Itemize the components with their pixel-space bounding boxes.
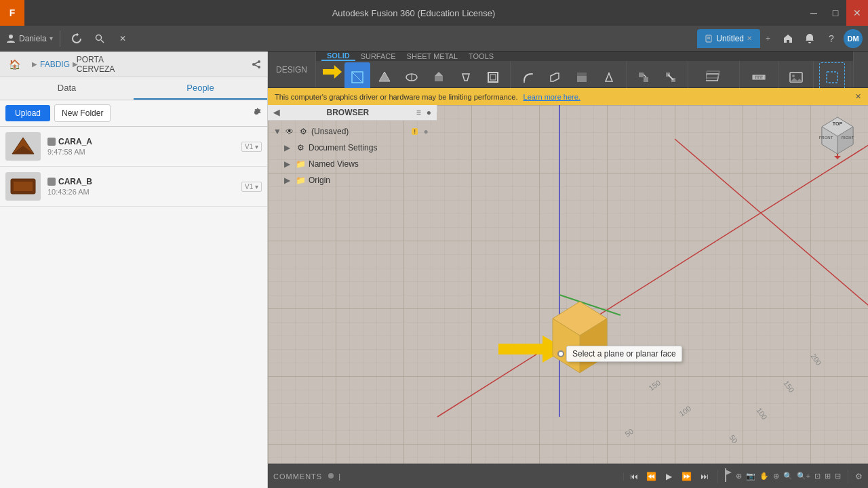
tree-arrow-views[interactable]: ▶ [284,159,292,169]
tree-origin[interactable]: ▶ 📁 Origin [268,172,437,188]
svg-rect-28 [577,76,587,82]
orbit-btn[interactable]: ⊕ [773,472,779,481]
close-button[interactable]: ✕ [846,0,868,26]
user-menu[interactable]: Daniela ▾ [5,33,53,44]
user-icon [5,33,16,44]
svg-line-36 [668,75,673,80]
notification-button[interactable] [800,29,819,48]
svg-text:RIGHT: RIGHT [842,136,854,140]
play-button[interactable]: ▶ [662,469,677,484]
design-mode-label[interactable]: DESIGN [268,52,316,87]
svg-rect-20 [435,76,443,81]
grid-btn[interactable]: ⊞ [825,472,831,481]
svg-marker-73 [834,156,841,159]
left-panel-top: 🏠 ▶ FABDIG ▶ PORTA CERVEZA [0,52,267,77]
restore-button[interactable]: □ [825,0,846,26]
svg-point-0 [9,35,13,39]
home-button[interactable] [778,29,797,48]
tree-doc-settings-label: Document Settings [309,143,431,152]
comments-indicator[interactable] [328,472,334,481]
tree-gear-icon: ⚙ [295,142,306,153]
browser-header: ◀ BROWSER ≡ ● [268,105,437,121]
sheet-metal-tab[interactable]: SHEET METAL [401,52,463,60]
file-item[interactable]: CARA_A 9:47:58 AM V1 ▾ [0,127,267,167]
surface-tab[interactable]: SURFACE [355,52,401,60]
tree-named-views[interactable]: ▶ 📁 Named Views [268,156,437,172]
pan-btn[interactable]: ✋ [760,472,769,481]
camera-btn[interactable]: 📷 [746,472,755,481]
step-forward-button[interactable]: ⏩ [679,469,694,484]
tree-collapse-arrow[interactable]: ▼ [273,127,281,136]
breadcrumb-porta[interactable]: PORTA CERVEZA [87,56,104,73]
svg-line-16 [352,72,363,83]
untitled-tab[interactable]: Untitled ✕ [697,29,760,48]
comments-dot-icon [328,472,334,479]
close-panel-button[interactable]: ✕ [113,29,132,48]
zoom-in-btn[interactable]: 🔍+ [797,472,810,481]
zoom-fit-btn[interactable]: 🔍 [783,472,793,481]
skip-to-end-button[interactable]: ⏭ [697,469,712,484]
comments-expand-icon[interactable]: | [338,472,340,481]
bell-icon [804,33,815,44]
breadcrumb-fabdig[interactable]: FABDIG [46,56,64,73]
tree-action-btn[interactable]: ● [420,126,431,137]
title-bar: F Autodesk Fusion 360 (Education License… [0,0,868,26]
file-name-row: CARA_A [47,137,241,146]
svg-point-74 [328,473,334,479]
upload-button[interactable]: Upload [5,105,50,121]
home-nav-button[interactable]: 🏠 [5,56,23,73]
skip-to-start-button[interactable]: ⏮ [627,469,642,484]
main-layout: 🏠 ▶ FABDIG ▶ PORTA CERVEZA Data People U… [0,52,868,488]
browser-close-icon[interactable]: ● [427,108,431,117]
people-tab[interactable]: People [134,77,267,100]
share-icon[interactable] [251,59,262,70]
new-folder-button[interactable]: New Folder [54,104,111,122]
section-btn[interactable]: ⊟ [835,472,841,481]
user-name: Daniela [19,34,47,43]
3d-object [539,295,620,392]
file-item[interactable]: CARA_B 10:43:26 AM V1 ▾ [0,167,267,207]
search-button[interactable] [90,29,109,48]
svg-rect-23 [488,73,498,82]
minimize-button[interactable]: ─ [803,0,825,26]
learn-more-link[interactable]: Learn more here. [524,93,580,101]
sep [848,470,848,483]
new-tab-button[interactable]: + [762,34,774,43]
tab-close-icon[interactable]: ✕ [747,35,752,42]
svg-point-46 [792,75,795,77]
tree-doc-settings[interactable]: ▶ ⚙ Document Settings [268,140,437,156]
thumb-cara-a [5,132,41,161]
solid-tab[interactable]: SOLID [321,52,355,61]
step-back-button[interactable]: ⏪ [644,469,659,484]
display-btn[interactable]: ⊡ [814,472,821,481]
file-info: CARA_A 9:47:58 AM [47,137,241,156]
file-name-row: CARA_B [47,177,241,186]
tree-arrow-origin[interactable]: ▶ [284,176,292,185]
warning-close-button[interactable]: ✕ [855,92,861,101]
warning-text: This computer's graphics driver or hardw… [275,93,518,101]
svg-rect-14 [14,182,33,191]
svg-line-9 [254,62,259,64]
yellow-arrow-1 [323,65,342,79]
insert-img-icon [789,70,804,85]
svg-marker-27 [551,73,559,81]
file-info: CARA_B 10:43:26 AM [47,177,241,196]
snap-btn[interactable]: ⊕ [736,472,742,481]
tree-arrow-settings[interactable]: ▶ [284,143,292,152]
browser-sort-icon[interactable]: ≡ [416,108,421,117]
nav-cube[interactable]: TOP RIGHT FRONT [814,112,861,159]
viewport-settings-button[interactable]: ⚙ [855,472,863,481]
tools-tab[interactable]: TOOLS [463,52,499,60]
file-time: 9:47:58 AM [47,148,241,156]
measure-icon [751,70,766,85]
svg-line-2 [101,40,104,43]
refresh-button[interactable] [67,29,86,48]
tree-root[interactable]: ▼ 👁 ⚙ (Unsaved) ! ● [268,123,437,140]
browser-collapse-button[interactable]: ◀ [273,108,279,117]
data-tab[interactable]: Data [0,77,134,100]
timeline-marker[interactable] [724,468,733,484]
panel-settings-button[interactable] [251,107,262,120]
file-thumbnail [5,132,41,161]
help-button[interactable]: ? [822,29,841,48]
file-list: CARA_A 9:47:58 AM V1 ▾ CARA_B [0,127,267,488]
